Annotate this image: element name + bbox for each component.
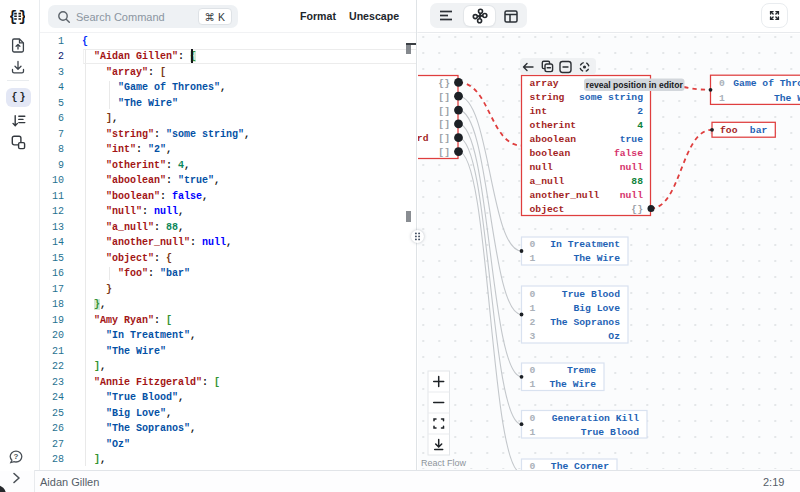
svg-text:Oz: Oz: [608, 331, 620, 342]
svg-text:1: 1: [530, 253, 536, 264]
svg-text:The Wire: The Wire: [774, 93, 800, 104]
svg-text:{}: {}: [438, 78, 450, 89]
svg-text:2: 2: [637, 106, 643, 117]
svg-text:another_null: another_null: [530, 190, 600, 201]
svg-text:{}: {}: [631, 204, 643, 215]
svg-text:True Blood: True Blood: [562, 289, 620, 300]
svg-text:88: 88: [631, 176, 643, 187]
svg-text:[]: []: [438, 92, 450, 103]
svg-text:0: 0: [719, 78, 725, 89]
svg-text:false: false: [614, 148, 643, 159]
svg-text:a_null: a_null: [530, 176, 565, 187]
svg-text:The Wire: The Wire: [549, 379, 596, 390]
svg-text:bar: bar: [750, 125, 768, 136]
svg-text:some string: some string: [579, 92, 643, 103]
svg-text:string: string: [530, 92, 565, 103]
svg-text:Alexander Skarsgard: Alexander Skarsgard: [418, 133, 429, 144]
svg-text:null: null: [620, 162, 643, 173]
svg-text:Big Love: Big Love: [573, 303, 620, 314]
svg-text:[]: []: [438, 133, 450, 144]
svg-text:[]: []: [438, 147, 450, 158]
svg-text:reveal position in editor: reveal position in editor: [586, 80, 684, 90]
svg-text:boolean: boolean: [530, 148, 571, 159]
svg-text:null: null: [620, 190, 643, 201]
svg-text:1: 1: [530, 379, 536, 390]
svg-text:true: true: [620, 134, 643, 145]
svg-text:2: 2: [530, 317, 536, 328]
svg-text:0: 0: [530, 365, 536, 376]
svg-text:?: ?: [14, 452, 19, 461]
svg-text:1: 1: [530, 303, 536, 314]
svg-text:int: int: [530, 106, 547, 117]
svg-text:[]: []: [438, 106, 450, 117]
svg-text:array: array: [530, 78, 559, 89]
svg-text:0: 0: [530, 239, 536, 250]
svg-text:3: 3: [530, 331, 536, 342]
svg-text:The Sopranos: The Sopranos: [550, 317, 620, 328]
svg-text:The Wire: The Wire: [573, 253, 620, 264]
svg-text:foo: foo: [720, 125, 738, 136]
svg-text:1: 1: [719, 93, 725, 104]
svg-text:otherint: otherint: [530, 120, 577, 131]
svg-text:object: object: [530, 204, 565, 215]
svg-text:null: null: [530, 162, 553, 173]
svg-text:Game of Thrones: Game of Thrones: [733, 78, 800, 89]
svg-text:True Blood: True Blood: [581, 427, 639, 438]
svg-text:[]: []: [438, 119, 450, 130]
svg-text:0: 0: [530, 289, 536, 300]
svg-text:4: 4: [637, 120, 643, 131]
svg-text:In Treatment: In Treatment: [550, 239, 620, 250]
svg-text:1: 1: [530, 427, 536, 438]
svg-text:0: 0: [530, 413, 536, 424]
svg-text:Treme: Treme: [567, 365, 596, 376]
svg-text:Generation Kill: Generation Kill: [552, 413, 639, 424]
svg-text:aboolean: aboolean: [530, 134, 577, 145]
